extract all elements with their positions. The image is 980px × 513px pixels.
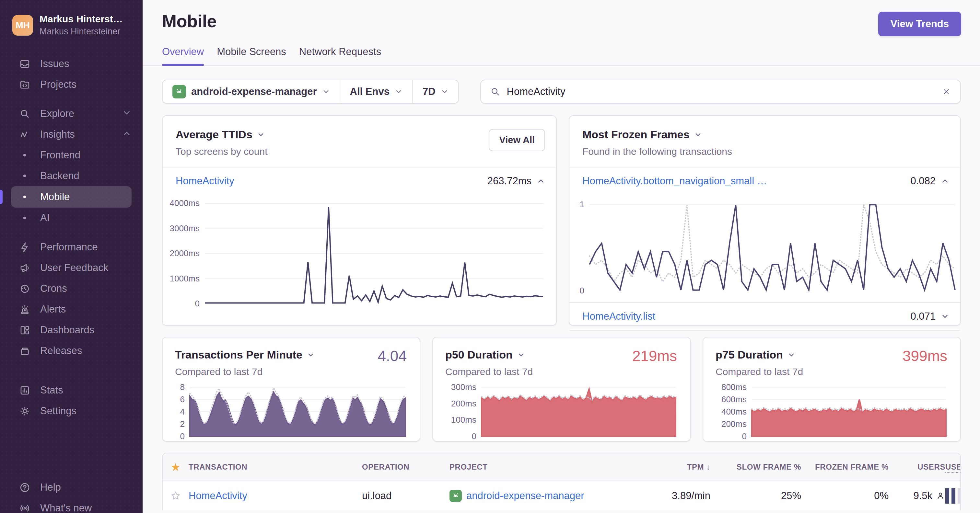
transaction-link[interactable]: HomeActivity.bottom_navigation_small …: [582, 175, 767, 187]
bullet-icon: [18, 175, 31, 177]
sidebar-item-label: Releases: [40, 345, 82, 357]
tab-overview[interactable]: Overview: [162, 46, 204, 65]
transaction-link[interactable]: HomeActivity: [189, 490, 247, 501]
date-range-selector[interactable]: 7D: [412, 80, 458, 103]
p75-chart: 800ms600ms400ms200ms0: [717, 387, 946, 436]
sidebar-item-label: Stats: [40, 384, 63, 396]
explore-search-icon: [18, 107, 31, 120]
card-subtitle: Compared to last 7d: [716, 366, 948, 377]
sidebar-item-issues[interactable]: Issues: [0, 54, 143, 74]
frozen-frame-cell: 0%: [874, 490, 889, 502]
p75-value: 399ms: [902, 347, 947, 365]
bullet-icon: [18, 217, 31, 219]
sidebar-item-releases[interactable]: Releases: [0, 340, 143, 361]
chevron-up-icon[interactable]: [537, 177, 545, 185]
clear-search-icon[interactable]: [942, 87, 951, 97]
star-outline-icon[interactable]: [170, 490, 181, 501]
chevron-down-icon: [123, 108, 131, 119]
sidebar-item-label: Settings: [40, 405, 76, 417]
user-menu[interactable]: MH Markus Hinterst… Markus Hintersteiner: [0, 0, 143, 37]
sidebar-item-label: What's new: [40, 502, 92, 513]
environment-selector[interactable]: All Envs: [340, 80, 412, 103]
sidebar-item-help[interactable]: Help: [0, 477, 143, 498]
tpm-value: 4.04: [377, 347, 407, 365]
tab-bar: Overview Mobile Screens Network Requests: [143, 46, 980, 66]
tab-mobile-screens[interactable]: Mobile Screens: [217, 46, 286, 65]
sidebar-item-label: Explore: [40, 108, 74, 119]
issues-inbox-icon: [18, 57, 31, 70]
sidebar-item-frontend[interactable]: Frontend: [0, 145, 143, 165]
sidebar-item-label: Insights: [40, 129, 75, 140]
chevron-down-icon[interactable]: [941, 312, 949, 321]
transaction-link[interactable]: HomeActivity.list: [582, 311, 655, 322]
sidebar-item-insights[interactable]: Insights: [0, 124, 143, 145]
sidebar-item-performance[interactable]: Performance: [0, 237, 143, 257]
card-subtitle: Found in the following transactions: [582, 146, 947, 157]
sidebar-item-label: Backend: [40, 170, 80, 182]
chevron-down-icon[interactable]: [788, 351, 795, 359]
bullet-icon: [18, 195, 31, 198]
chevron-up-icon: [123, 129, 131, 140]
frozen-transaction-row: HomeActivity.bottom_navigation_small … 0…: [570, 167, 960, 195]
sidebar-item-settings[interactable]: Settings: [0, 400, 143, 421]
user-name: Markus Hinterst…: [40, 14, 123, 25]
sidebar-item-whats-new[interactable]: What's new: [0, 498, 143, 513]
sidebar-item-label: AI: [40, 212, 49, 224]
column-slow-frame[interactable]: SLOW FRAME %: [737, 462, 801, 472]
sidebar-item-ai[interactable]: AI: [0, 208, 143, 228]
sidebar-item-stats[interactable]: Stats: [0, 380, 143, 400]
sidebar-item-label: User Feedback: [40, 262, 108, 274]
sidebar-item-label: Performance: [40, 241, 97, 253]
sidebar-item-dashboards[interactable]: Dashboards: [0, 320, 143, 340]
project-selector[interactable]: android-expense-manager: [163, 80, 340, 103]
sidebar-nav: Issues Projects Explore Insights Fronten…: [0, 54, 143, 421]
most-frozen-frames-card: Most Frozen Frames Found in the followin…: [569, 115, 961, 326]
column-frozen-frame[interactable]: FROZEN FRAME %: [815, 462, 889, 472]
transaction-link[interactable]: HomeActivity: [176, 175, 234, 187]
project-selector-value: android-expense-manager: [191, 86, 317, 97]
page-filter-control: android-expense-manager All Envs 7D: [162, 80, 459, 104]
sidebar-item-projects[interactable]: Projects: [0, 74, 143, 95]
sidebar-item-user-feedback[interactable]: User Feedback: [0, 257, 143, 278]
user-org: Markus Hintersteiner: [40, 27, 123, 37]
android-project-icon: [172, 85, 186, 98]
search-icon: [490, 86, 500, 97]
project-link[interactable]: android-expense-manager: [466, 490, 584, 502]
column-tpm-sorted[interactable]: TPM ↓: [687, 462, 710, 472]
search-bar: [480, 80, 961, 104]
chevron-down-icon[interactable]: [517, 351, 525, 359]
card-title: p75 Duration: [716, 348, 783, 361]
tab-network-requests[interactable]: Network Requests: [299, 46, 381, 65]
bullet-icon: [18, 154, 31, 156]
column-operation[interactable]: OPERATION: [362, 462, 450, 472]
chevron-down-icon[interactable]: [694, 131, 702, 139]
users-cell: 9.5k: [913, 490, 945, 502]
card-subtitle: Compared to last 7d: [175, 366, 407, 377]
view-all-button[interactable]: View All: [489, 129, 545, 151]
column-users[interactable]: USERS: [918, 462, 945, 472]
sidebar-item-mobile[interactable]: Mobile: [11, 186, 132, 208]
star-filled-icon[interactable]: ★: [171, 461, 180, 473]
chevron-up-icon[interactable]: [941, 177, 949, 185]
android-project-icon: [450, 490, 462, 502]
chevron-down-icon[interactable]: [307, 351, 315, 359]
view-trends-button[interactable]: View Trends: [878, 12, 961, 36]
sidebar-item-label: Dashboards: [40, 324, 94, 336]
user-misery-score: [945, 488, 961, 503]
sidebar-footer: Help What's new: [0, 477, 143, 513]
tpm-chart: 86420: [176, 387, 406, 436]
sidebar-item-explore[interactable]: Explore: [0, 103, 143, 124]
column-project[interactable]: PROJECT: [450, 462, 631, 472]
card-subtitle: Top screens by count: [176, 146, 543, 157]
archive-box-icon: [18, 344, 31, 357]
column-transaction[interactable]: TRANSACTION: [189, 462, 362, 472]
search-input[interactable]: [507, 86, 935, 97]
chevron-down-icon[interactable]: [257, 131, 265, 139]
column-user-misery[interactable]: USER MISERY: [945, 462, 961, 472]
p50-chart: 300ms200ms100ms0: [447, 387, 676, 436]
sidebar-item-backend[interactable]: Backend: [0, 165, 143, 186]
sidebar-item-alerts[interactable]: Alerts: [0, 299, 143, 320]
tpm-card: Transactions Per Minute 4.04 Compared to…: [162, 337, 420, 442]
sidebar-item-crons[interactable]: Crons: [0, 278, 143, 299]
p75-duration-card: p75 Duration 399ms Compared to last 7d 8…: [703, 337, 961, 442]
